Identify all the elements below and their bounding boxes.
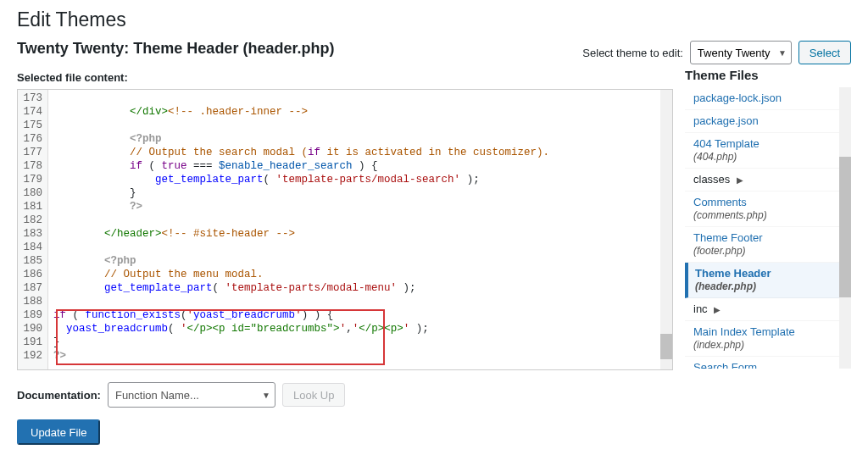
code-area[interactable]: </div><!-- .header-inner --> <?php // Ou… [48,90,672,369]
file-tree-filename: (comments.php) [693,209,834,221]
theme-select-row: Select theme to edit: Twenty Twenty ▼ Se… [582,41,851,64]
file-tree-filename: (header.php) [695,280,834,292]
lookup-button[interactable]: Look Up [282,383,345,407]
function-name-dropdown[interactable]: Function Name... [108,382,275,408]
file-tree-item[interactable]: Theme Header(header.php) [685,263,839,298]
file-tree-item[interactable]: classes ▶ [685,169,839,191]
file-tree-label: package-lock.json [693,92,782,104]
theme-files-heading: Theme Files [685,68,851,82]
select-theme-button[interactable]: Select [798,41,851,64]
file-tree-item[interactable]: 404 Template(404.php) [685,133,839,169]
code-editor[interactable]: 1731741751761771781791801811821831841851… [17,89,673,370]
file-tree-item[interactable]: Comments(comments.php) [685,191,839,227]
file-tree-filename: (footer.php) [693,245,834,257]
file-tree-item[interactable]: Main Index Template(index.php) [685,321,839,357]
editor-scrollbar-track[interactable] [660,90,672,369]
file-tree-label: classes [693,173,730,186]
file-tree-label: package.json [693,114,759,127]
file-tree-item[interactable]: Theme Footer(footer.php) [685,227,839,263]
file-tree-item[interactable]: inc ▶ [685,298,839,321]
file-tree-label: 404 Template [693,137,760,150]
theme-files-panel: package-lock.jsonpackage.json404 Templat… [685,87,851,369]
file-tree-label: Search Form [693,361,757,369]
file-tree-item[interactable]: package.json [685,110,839,133]
documentation-row: Documentation: Function Name... ▼ Look U… [17,382,851,408]
file-tree-label: inc [693,302,708,315]
files-scrollbar-track[interactable] [839,87,851,369]
documentation-label: Documentation: [17,389,101,402]
file-tree-filename: (404.php) [693,151,834,163]
page-title: Edit Themes [17,8,851,31]
file-tree-label: Comments [693,196,747,208]
file-tree-item[interactable]: package-lock.json [685,87,839,110]
caret-right-icon: ▶ [714,305,721,314]
file-tree-label: Theme Footer [693,231,763,244]
file-tree-item[interactable]: Search Form(searchform.php) [685,357,839,369]
files-scrollbar-thumb[interactable] [839,157,851,297]
file-tree-filename: (index.php) [693,339,834,351]
theme-select-dropdown[interactable]: Twenty Twenty [690,41,792,64]
file-tree-label: Theme Header [695,267,771,280]
theme-select-label: Select theme to edit: [582,47,683,59]
update-file-button[interactable]: Update File [17,419,100,445]
file-tree-label: Main Index Template [693,325,795,338]
line-number-gutter: 1731741751761771781791801811821831841851… [18,90,48,369]
editor-scrollbar-thumb[interactable] [660,334,672,359]
selected-file-label: Selected file content: [17,71,673,84]
caret-right-icon: ▶ [737,175,743,185]
